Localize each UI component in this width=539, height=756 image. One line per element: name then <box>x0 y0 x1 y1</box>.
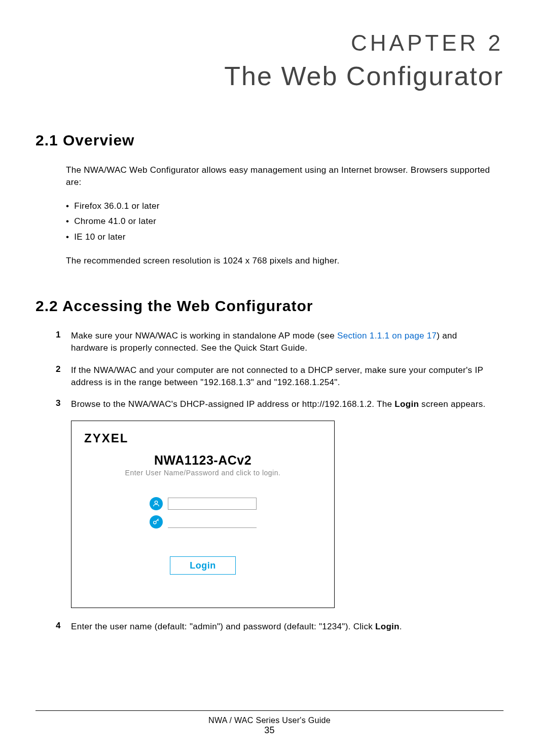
list-item: IE 10 or later <box>66 230 504 245</box>
section-2-2-heading: 2.2 Accessing the Web Configurator <box>35 297 504 315</box>
login-hint: Enter User Name/Password and click to lo… <box>84 469 321 477</box>
step-1: 1 Make sure your NWA/WAC is working in s… <box>56 330 493 354</box>
guide-title: NWA / WAC Series User's Guide <box>0 716 539 725</box>
step-4-bold: Login <box>375 622 400 631</box>
device-name: NWA1123-ACv2 <box>84 453 321 468</box>
list-item: Chrome 41.0 or later <box>66 214 504 230</box>
section-link[interactable]: Section 1.1.1 on page 17 <box>337 331 437 341</box>
step-text: Make sure your NWA/WAC is working in sta… <box>71 330 493 354</box>
step-number: 4 <box>56 621 71 633</box>
step-1-pre: Make sure your NWA/WAC is working in sta… <box>71 331 337 341</box>
zyxel-logo: ZYXEL <box>84 431 321 445</box>
password-input[interactable] <box>168 516 257 528</box>
step-3: 3 Browse to the NWA/WAC's DHCP-assigned … <box>56 398 493 410</box>
step-4: 4 Enter the user name (default: "admin")… <box>56 621 493 633</box>
section-2-1-heading: 2.1 Overview <box>35 132 504 149</box>
step-2: 2 If the NWA/WAC and your computer are n… <box>56 364 493 389</box>
svg-point-1 <box>153 521 156 524</box>
step-text: Enter the user name (default: "admin") a… <box>71 621 402 633</box>
key-icon <box>150 515 163 528</box>
step-text: Browse to the NWA/WAC's DHCP-assigned IP… <box>71 398 486 410</box>
overview-intro: The NWA/WAC Web Configurator allows easy… <box>66 164 493 188</box>
chapter-title: The Web Configurator <box>35 61 504 91</box>
browser-list: Firefox 36.0.1 or later Chrome 41.0 or l… <box>66 199 504 245</box>
step-3-pre: Browse to the NWA/WAC's DHCP-assigned IP… <box>71 399 394 409</box>
password-row <box>150 515 257 528</box>
page-number: 35 <box>0 725 539 736</box>
step-4-pre: Enter the user name (default: "admin") a… <box>71 622 375 631</box>
page-footer: NWA / WAC Series User's Guide 35 <box>0 710 539 736</box>
list-item: Firefox 36.0.1 or later <box>66 199 504 214</box>
login-screenshot: ZYXEL NWA1123-ACv2 Enter User Name/Passw… <box>71 421 335 608</box>
step-4-post: . <box>400 622 402 631</box>
step-text: If the NWA/WAC and your computer are not… <box>71 364 493 389</box>
user-icon <box>150 497 163 510</box>
chapter-label: CHAPTER 2 <box>35 30 504 56</box>
svg-point-0 <box>155 501 157 504</box>
step-number: 1 <box>56 330 71 354</box>
resolution-note: The recommended screen resolution is 102… <box>66 255 493 267</box>
step-number: 3 <box>56 398 71 410</box>
step-3-bold: Login <box>394 399 419 409</box>
username-input[interactable] <box>168 498 257 510</box>
step-3-post: screen appears. <box>419 399 485 409</box>
step-number: 2 <box>56 364 71 389</box>
username-row <box>150 497 257 510</box>
login-button[interactable]: Login <box>170 556 236 575</box>
